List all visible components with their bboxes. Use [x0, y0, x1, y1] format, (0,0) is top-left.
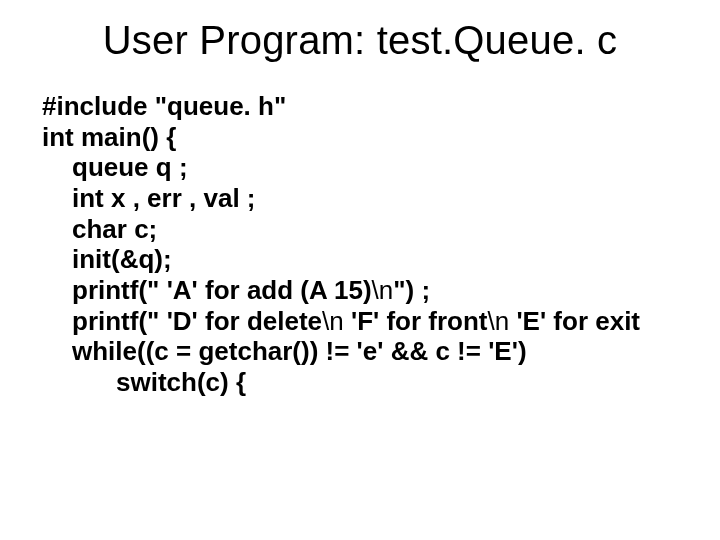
- code-segment: queue q ;: [72, 152, 188, 182]
- code-segment: #include "queue. h": [42, 91, 286, 121]
- code-line: while((c = getchar()) != 'e' && c != 'E'…: [42, 336, 678, 367]
- code-segment: char c;: [72, 214, 157, 244]
- code-segment: \n: [322, 306, 344, 336]
- code-segment: switch(c) {: [116, 367, 246, 397]
- code-segment: while((c = getchar()) != 'e' && c != 'E'…: [72, 336, 527, 366]
- code-segment: printf(" 'D' for delete: [72, 306, 322, 336]
- code-segment: \n: [488, 306, 510, 336]
- slide: User Program: test.Queue. c #include "qu…: [0, 0, 720, 540]
- code-line: printf(" 'A' for add (A 15)\n") ;: [42, 275, 678, 306]
- code-line: queue q ;: [42, 152, 678, 183]
- code-segment: int x , err , val ;: [72, 183, 256, 213]
- code-line: int x , err , val ;: [42, 183, 678, 214]
- code-line: printf(" 'D' for delete\n 'F' for front\…: [42, 306, 678, 337]
- code-segment: 'F' for front: [344, 306, 488, 336]
- code-line: switch(c) {: [42, 367, 678, 398]
- slide-title: User Program: test.Queue. c: [0, 18, 720, 63]
- code-segment: int main() {: [42, 122, 176, 152]
- code-line: char c;: [42, 214, 678, 245]
- code-segment: init(&q);: [72, 244, 172, 274]
- code-segment: printf(" 'A' for add (A 15): [72, 275, 372, 305]
- code-segment: 'E' for exit: [509, 306, 640, 336]
- code-line: int main() {: [42, 122, 678, 153]
- code-body: #include "queue. h"int main() {queue q ;…: [0, 91, 720, 398]
- code-segment: ") ;: [393, 275, 430, 305]
- code-line: init(&q);: [42, 244, 678, 275]
- code-segment: \n: [372, 275, 394, 305]
- code-line: #include "queue. h": [42, 91, 678, 122]
